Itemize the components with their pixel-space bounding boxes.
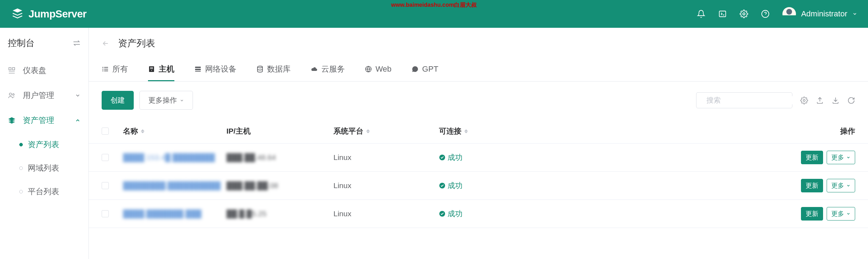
tab-web[interactable]: Web (365, 60, 392, 81)
asset-name[interactable]: ████ 153.4█ ████████ (123, 153, 215, 162)
tab-gpt[interactable]: GPT (412, 60, 438, 81)
refresh-icon[interactable] (847, 97, 855, 104)
sort-icon[interactable] (366, 128, 371, 134)
sort-icon[interactable] (464, 128, 469, 134)
settings-icon[interactable] (740, 10, 748, 18)
sidebar-item-assets[interactable]: 资产管理 (0, 108, 88, 133)
chat-icon (412, 66, 419, 73)
svg-rect-19 (195, 71, 201, 72)
tab-cloud[interactable]: 云服务 (311, 60, 345, 81)
asset-platform: Linux (333, 181, 351, 190)
sidebar: 控制台 仪表盘 用户管理 (0, 28, 89, 259)
sidebar-sub-platform-list[interactable]: 平台列表 (19, 180, 88, 203)
svg-rect-7 (102, 67, 103, 68)
toolbar: 创建 更多操作 (89, 82, 868, 119)
svg-point-6 (12, 94, 14, 95)
create-button[interactable]: 创建 (102, 91, 134, 110)
users-icon (8, 92, 16, 99)
more-button[interactable]: 更多 (827, 151, 855, 164)
header-actions: Administrator (697, 7, 857, 21)
col-connect-header[interactable]: 可连接 (439, 126, 461, 136)
svg-point-2 (762, 10, 769, 17)
update-button[interactable]: 更新 (801, 207, 823, 221)
svg-point-20 (257, 66, 262, 68)
swap-icon[interactable] (73, 40, 81, 46)
select-all-checkbox[interactable] (102, 128, 109, 135)
logo[interactable]: JumpServer (11, 7, 87, 21)
tab-all[interactable]: 所有 (102, 60, 128, 81)
sidebar-sub-domain-list[interactable]: 网域列表 (19, 156, 88, 180)
tab-database[interactable]: 数据库 (256, 60, 291, 81)
col-platform-header[interactable]: 系统平台 (333, 126, 363, 136)
host-icon (148, 66, 155, 73)
user-menu[interactable]: Administrator (782, 7, 857, 21)
asset-platform: Linux (333, 209, 351, 218)
tab-label: 主机 (159, 64, 174, 74)
chevron-down-icon (852, 11, 857, 16)
svg-rect-12 (104, 71, 108, 71)
gear-icon[interactable] (800, 97, 808, 104)
sidebar-submenu: 资产列表 网域列表 平台列表 (0, 133, 88, 203)
notification-icon[interactable] (697, 10, 705, 18)
asset-tabs: 所有 主机 网络设备 数据库 云服务 Web (89, 60, 868, 82)
asset-name[interactable]: ████████.██████████ (123, 181, 221, 190)
tab-label: GPT (422, 64, 438, 74)
sort-icon[interactable] (141, 128, 145, 134)
svg-rect-3 (9, 68, 11, 70)
asset-name[interactable]: ████.███████.███ (123, 209, 201, 218)
terminal-icon[interactable] (718, 10, 727, 18)
dashboard-icon (8, 67, 16, 74)
svg-rect-14 (150, 67, 153, 68)
sidebar-title: 控制台 (8, 37, 35, 49)
row-checkbox[interactable] (102, 154, 109, 161)
tab-label: 数据库 (267, 64, 291, 74)
database-icon (256, 66, 264, 73)
update-button[interactable]: 更新 (801, 151, 823, 164)
svg-rect-17 (195, 67, 201, 68)
chevron-down-icon (75, 93, 81, 98)
col-ip-header: IP/主机 (226, 127, 251, 135)
help-icon[interactable] (761, 10, 770, 18)
update-button[interactable]: 更新 (801, 179, 823, 192)
tab-label: 所有 (112, 64, 128, 74)
more-actions-label: 更多操作 (148, 95, 177, 105)
svg-point-1 (743, 13, 745, 15)
tab-label: 网络设备 (205, 64, 236, 74)
row-checkbox[interactable] (102, 182, 109, 189)
sidebar-header: 控制台 (0, 28, 88, 58)
more-button[interactable]: 更多 (827, 207, 855, 221)
download-icon[interactable] (832, 97, 839, 104)
svg-rect-18 (195, 69, 201, 70)
row-checkbox[interactable] (102, 210, 109, 217)
logo-text: JumpServer (29, 8, 87, 20)
layers-icon (8, 116, 16, 124)
search-box[interactable] (696, 92, 792, 108)
status-badge: 成功 (439, 152, 463, 162)
sidebar-item-dashboard[interactable]: 仪表盘 (0, 58, 88, 83)
sidebar-sub-asset-list[interactable]: 资产列表 (19, 133, 88, 156)
back-arrow-icon[interactable] (102, 40, 109, 47)
sidebar-sub-label: 网域列表 (28, 163, 59, 173)
avatar (782, 7, 796, 21)
asset-ip: ██.█.█5.25 (226, 209, 266, 218)
search-input[interactable] (706, 96, 797, 104)
more-actions-button[interactable]: 更多操作 (139, 91, 193, 110)
tab-network[interactable]: 网络设备 (194, 60, 236, 81)
chevron-up-icon (75, 118, 81, 123)
svg-point-16 (151, 70, 152, 71)
sidebar-sub-label: 资产列表 (28, 139, 59, 150)
cloud-icon (311, 66, 318, 73)
table-row: ████.███████.███ ██.█.█5.25 Linux 成功 更新 … (89, 200, 868, 228)
chevron-down-icon (846, 183, 851, 188)
logo-icon (11, 7, 24, 21)
sidebar-item-label: 仪表盘 (23, 65, 46, 76)
svg-point-5 (9, 93, 11, 95)
tab-host[interactable]: 主机 (148, 60, 174, 81)
network-icon (194, 66, 201, 73)
col-name-header[interactable]: 名称 (123, 126, 138, 136)
svg-rect-13 (149, 66, 154, 72)
svg-point-23 (803, 99, 805, 102)
more-button[interactable]: 更多 (827, 179, 855, 192)
sidebar-item-users[interactable]: 用户管理 (0, 83, 88, 108)
upload-icon[interactable] (816, 97, 824, 104)
